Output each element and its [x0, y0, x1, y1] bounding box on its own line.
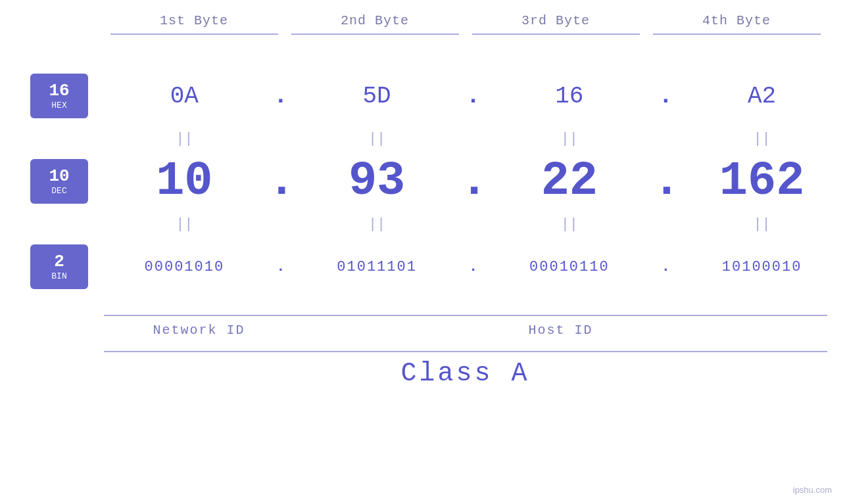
bin-dot-2: .: [460, 259, 487, 275]
dec-badge-label: DEC: [51, 186, 66, 196]
dec-byte-3: 22: [487, 154, 653, 208]
dec-dot-1: .: [268, 154, 294, 208]
bin-values: 00001010 . 01011101 . 00010110 . 1010001…: [101, 259, 845, 275]
equals-row-2: || || || ||: [0, 211, 845, 237]
hex-dot-2: .: [460, 83, 487, 110]
equals-1-2: ||: [294, 131, 460, 147]
bin-byte-4: 10100010: [679, 259, 845, 275]
hex-row: 16 HEX 0A . 5D . 16 . A2: [0, 66, 845, 126]
hex-dot-3: .: [652, 83, 679, 110]
equals-row-1: || || || ||: [0, 126, 845, 152]
bin-byte-3: 00010110: [487, 259, 653, 275]
bin-dot-1: .: [268, 259, 294, 275]
bottom-bracket-host: [295, 315, 827, 316]
bin-row: 2 BIN 00001010 . 01011101 . 00010110 . 1…: [0, 237, 845, 296]
bottom-section: Network ID Host ID: [104, 303, 827, 338]
dec-dot-3: .: [652, 154, 679, 208]
hex-values: 0A . 5D . 16 . A2: [101, 83, 845, 110]
hex-byte-3: 16: [487, 83, 653, 110]
equals-1-4: ||: [679, 131, 845, 147]
dec-byte-2: 93: [294, 154, 460, 208]
bin-badge-number: 2: [54, 253, 64, 270]
host-id-label: Host ID: [295, 323, 827, 338]
bottom-bracket-network: [104, 315, 295, 316]
hex-badge-label: HEX: [51, 101, 66, 110]
bin-byte-2: 01011101: [294, 259, 460, 275]
top-brackets: [104, 34, 827, 47]
top-bracket-1: [110, 34, 278, 35]
bin-dot-3: .: [652, 259, 679, 275]
dec-badge-number: 10: [49, 168, 69, 185]
bin-badge-label: BIN: [51, 271, 66, 281]
equals-2-4: ||: [679, 216, 845, 233]
equals-2-1: ||: [101, 216, 268, 233]
top-bracket-4: [653, 34, 821, 35]
bottom-brackets-row: [104, 303, 827, 316]
byte-label-3: 3rd Byte: [466, 13, 646, 28]
dec-byte-4: 162: [679, 154, 845, 208]
bin-badge: 2 BIN: [30, 244, 88, 289]
top-bracket-3: [472, 34, 640, 35]
equals-2-2: ||: [294, 216, 460, 233]
equals-values-2: || || || ||: [101, 216, 845, 233]
class-bracket-line: [104, 351, 827, 352]
byte-labels-row: 1st Byte 2nd Byte 3rd Byte 4th Byte: [104, 13, 827, 28]
watermark: ipshu.com: [793, 485, 832, 495]
class-row: Class A: [104, 351, 827, 388]
dec-byte-1: 10: [101, 154, 268, 208]
dec-dot-2: .: [460, 154, 487, 208]
dec-badge: 10 DEC: [30, 159, 88, 204]
hex-dot-1: .: [268, 83, 294, 110]
equals-2-3: ||: [487, 216, 653, 233]
equals-values-1: || || || ||: [101, 131, 845, 147]
bin-byte-1: 00001010: [101, 259, 268, 275]
main-container: 1st Byte 2nd Byte 3rd Byte 4th Byte 16 H…: [0, 0, 845, 504]
class-label: Class A: [400, 359, 529, 388]
equals-1-1: ||: [101, 131, 268, 147]
hex-byte-2: 5D: [294, 83, 460, 110]
hex-badge-number: 16: [49, 82, 69, 99]
hex-byte-1: 0A: [101, 83, 268, 110]
dec-row: 10 DEC 10 . 93 . 22 . 162: [0, 152, 845, 211]
byte-label-2: 2nd Byte: [285, 13, 466, 28]
hex-byte-4: A2: [679, 83, 845, 110]
equals-1-3: ||: [487, 131, 653, 147]
hex-badge: 16 HEX: [30, 74, 88, 118]
dec-values: 10 . 93 . 22 . 162: [101, 154, 845, 208]
byte-label-4: 4th Byte: [646, 13, 827, 28]
byte-label-1: 1st Byte: [104, 13, 285, 28]
network-id-label: Network ID: [104, 323, 295, 338]
bottom-labels-row: Network ID Host ID: [104, 323, 827, 338]
top-bracket-2: [291, 34, 459, 35]
